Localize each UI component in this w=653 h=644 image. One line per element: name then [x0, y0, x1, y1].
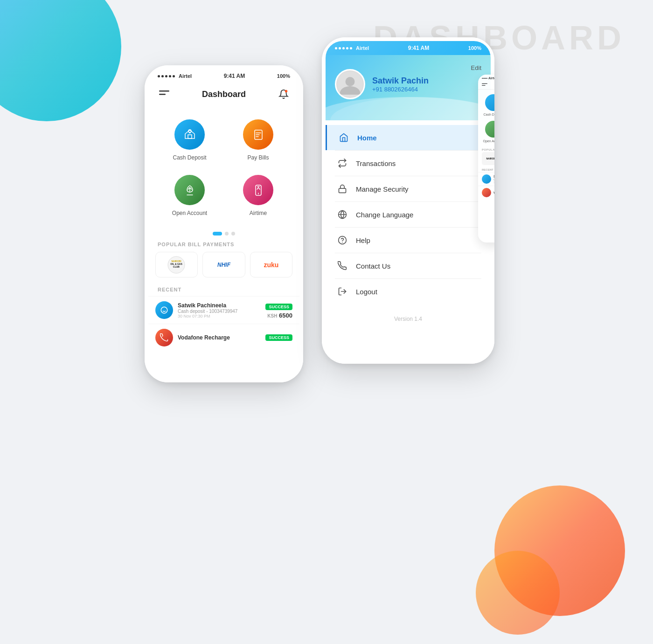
trans-icon-2 [155, 329, 173, 346]
menu-label-home: Home [357, 134, 377, 142]
hamburger-icon[interactable] [158, 88, 171, 101]
bg-decoration-teal [0, 0, 121, 121]
svg-rect-0 [159, 90, 169, 92]
menu-item-help[interactable]: Help [326, 228, 491, 253]
bill-section-header: POPULAR BILL PAYMENTS [148, 239, 299, 252]
phone-left-inner: Airtel 9:41 AM 100% Dashboard [145, 65, 303, 382]
bg-decoration-orange-small [476, 551, 560, 635]
menu-label-transactions: Transactions [356, 159, 396, 167]
svg-text:CLUB: CLUB [173, 265, 180, 268]
bill-logo-zuku[interactable]: zuku [250, 252, 292, 277]
menu-list: Home Transactions [326, 120, 491, 309]
battery-right: 100% [468, 45, 481, 51]
transaction-item-1[interactable]: Satwik Pachineela Cash deposit - 1003473… [148, 296, 299, 324]
svg-rect-22 [482, 83, 487, 84]
pay-bills-label: Pay Bills [247, 154, 269, 161]
status-bar-left: Airtel 9:41 AM 100% [148, 69, 299, 83]
recent-section-header: RECENT [148, 284, 299, 296]
cash-deposit-label: Cash Deposit [173, 154, 206, 161]
svg-rect-1 [159, 94, 166, 95]
menu-label-language: Change Language [356, 211, 413, 219]
profile-avatar [335, 69, 365, 99]
trans-name-1: Satwik Pachineela [178, 302, 265, 309]
bill-logo-nairobi[interactable]: NAIROBI OIL & GAS CLUB [155, 252, 198, 277]
svg-rect-16 [339, 188, 346, 193]
time-right: 9:41 AM [408, 45, 430, 51]
bill-logos: NAIROBI OIL & GAS CLUB NHIF zuku [148, 252, 299, 284]
carrier-right: Airtel [356, 45, 369, 51]
menu-label-logout: Logout [356, 288, 377, 296]
nav-bar-left: Dashboard [148, 83, 299, 108]
profile-phone: +91 8802626464 [372, 86, 429, 93]
menu-item-security[interactable]: Manage Security [326, 176, 491, 201]
home-menu-icon [339, 132, 349, 143]
signal-dots-right [335, 47, 352, 49]
icon-cell-open-account[interactable]: Open Account [155, 168, 224, 223]
airtime-icon-circle [243, 175, 273, 205]
airtime-label: Airtime [250, 210, 267, 216]
svg-point-11 [161, 307, 167, 313]
carrier-left: Airtel [179, 73, 192, 79]
signal-dots [158, 75, 175, 77]
time-left: 9:41 AM [224, 73, 245, 79]
menu-item-transactions[interactable]: Transactions [326, 151, 491, 176]
pay-bills-icon-circle [243, 119, 273, 150]
icon-cell-airtime[interactable]: Airtime [224, 168, 292, 223]
open-account-label: Open Account [172, 210, 207, 216]
bell-icon[interactable] [277, 88, 290, 101]
transactions-menu-icon [337, 158, 347, 168]
security-menu-icon [337, 184, 347, 194]
menu-label-contact: Contact Us [356, 262, 390, 270]
icon-cell-pay-bills[interactable]: Pay Bills [224, 112, 292, 168]
bill-logo-nhif[interactable]: NHIF [202, 252, 245, 277]
trans-icon-1 [155, 301, 173, 319]
icon-cell-cash-deposit[interactable]: Cash Deposit [155, 112, 224, 168]
logout-menu-icon [337, 286, 347, 297]
trans-name-2: Vodafone Recharge [178, 334, 265, 341]
transaction-item-2[interactable]: Vodafone Recharge SUCCESS [148, 324, 299, 351]
trans-status-2: SUCCESS [265, 334, 292, 341]
svg-point-15 [346, 77, 355, 86]
menu-label-security: Manage Security [356, 185, 409, 193]
svg-point-2 [285, 90, 288, 93]
profile-name: Satwik Pachin [372, 76, 429, 86]
help-menu-icon [337, 235, 347, 245]
trans-amount-1: KSH 6500 [265, 312, 292, 319]
nav-title-left: Dashboard [202, 90, 246, 99]
svg-rect-23 [482, 85, 486, 85]
phones-container: Airtel 9:41 AM 100% Dashboard [145, 37, 494, 382]
svg-rect-3 [188, 135, 192, 138]
phone-right: Airtel 9:41 AM 100% [322, 37, 494, 364]
edit-button[interactable]: Edit [471, 64, 481, 71]
profile-info: Satwik Pachin +91 8802626464 [335, 64, 481, 99]
menu-item-contact[interactable]: Contact Us [326, 253, 491, 278]
language-menu-icon [337, 209, 347, 220]
contact-menu-icon [337, 261, 347, 271]
status-bar-right: Airtel 9:41 AM 100% [326, 41, 491, 55]
phone-right-inner: Airtel 9:41 AM 100% [322, 37, 494, 364]
page-dots [148, 228, 299, 239]
phone-small-overlay: ••••• Airtel D Cash Deposit Open Account [478, 75, 494, 242]
menu-item-language[interactable]: Change Language [326, 202, 491, 227]
menu-item-home[interactable]: Home [326, 125, 491, 150]
menu-label-help: Help [356, 236, 370, 244]
version-text: Version 1.4 [326, 309, 491, 329]
trans-detail-1: Cash deposit - 10034739947 [178, 309, 265, 314]
profile-header: Satwik Pachin +91 8802626464 Edit [326, 55, 491, 120]
phone-left: Airtel 9:41 AM 100% Dashboard [145, 65, 303, 382]
trans-status-1: SUCCESS [265, 304, 292, 310]
open-account-icon-circle [174, 175, 205, 205]
trans-date-1: 30 Nov 07:30 PM [178, 314, 265, 319]
cash-deposit-icon-circle [174, 119, 205, 150]
battery-left: 100% [277, 73, 290, 79]
menu-item-logout[interactable]: Logout [326, 279, 491, 304]
icon-grid: Cash Deposit Pay Bills [148, 108, 299, 228]
